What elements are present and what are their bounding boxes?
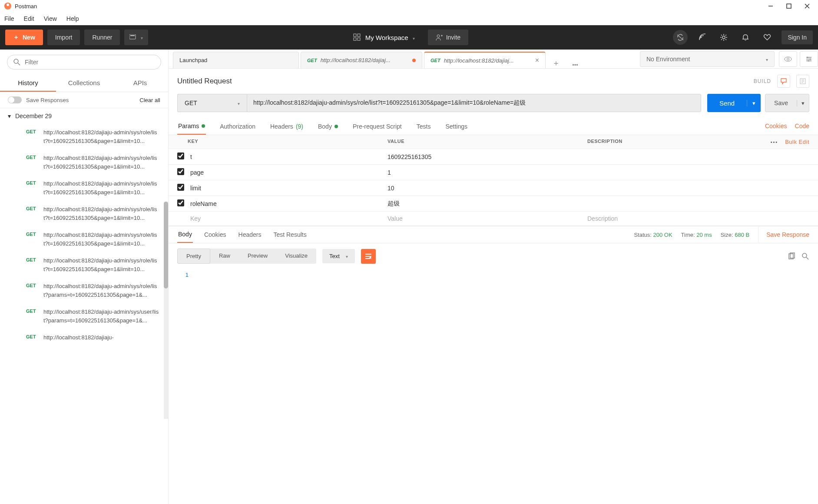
param-checkbox[interactable]: [177, 168, 184, 175]
resp-tab-headers[interactable]: Headers: [238, 227, 262, 242]
clear-all-button[interactable]: Clear all: [139, 97, 160, 103]
subtab-tests[interactable]: Tests: [416, 118, 432, 135]
response-type-selector[interactable]: Text: [322, 249, 355, 263]
window-close[interactable]: [804, 3, 810, 9]
request-name[interactable]: Untitled Request: [177, 77, 232, 86]
method-selector[interactable]: GET: [177, 94, 247, 112]
close-icon[interactable]: ×: [535, 56, 539, 64]
heart-icon[interactable]: [760, 30, 775, 45]
search-response-icon[interactable]: [801, 252, 809, 260]
history-item[interactable]: GEThttp://localhost:8182/dajiaju-admin/s…: [0, 201, 168, 226]
view-pretty[interactable]: Pretty: [177, 249, 210, 264]
subtab-prerequest[interactable]: Pre-request Script: [352, 118, 403, 135]
chevron-down-icon[interactable]: ▾: [747, 100, 761, 106]
signin-button[interactable]: Sign In: [782, 30, 813, 44]
param-value[interactable]: 超级: [387, 200, 587, 208]
sidebar-tab-collections[interactable]: Collections: [56, 75, 112, 92]
docs-button[interactable]: [796, 75, 809, 88]
history-item[interactable]: GEThttp://localhost:8182/dajiaju-admin/s…: [0, 278, 168, 303]
tab-add-button[interactable]: ＋: [547, 58, 565, 68]
history-item[interactable]: GEThttp://localhost:8182/dajiaju-admin/s…: [0, 303, 168, 329]
build-label[interactable]: BUILD: [754, 78, 771, 84]
param-checkbox[interactable]: [177, 199, 184, 206]
sidebar-tab-history[interactable]: History: [0, 75, 56, 92]
resp-tab-tests[interactable]: Test Results: [272, 227, 307, 242]
param-value[interactable]: 1: [387, 169, 587, 176]
resp-tab-body[interactable]: Body: [177, 226, 193, 243]
param-key[interactable]: t: [188, 153, 387, 160]
window-drop-button[interactable]: [124, 30, 148, 45]
view-preview[interactable]: Preview: [239, 249, 276, 264]
wrap-line-button[interactable]: [361, 249, 376, 264]
tab-launchpad[interactable]: Launchpad: [173, 52, 299, 68]
param-row-new[interactable]: Key Value Description: [169, 212, 818, 226]
filter-input[interactable]: [25, 59, 155, 66]
view-visualize[interactable]: Visualize: [276, 249, 316, 264]
bell-icon[interactable]: [738, 30, 753, 45]
history-item[interactable]: GEThttp://localhost:8182/dajiaju-admin/s…: [0, 226, 168, 252]
sync-icon[interactable]: [673, 30, 688, 45]
history-date-header[interactable]: ▾ December 29: [0, 108, 168, 124]
copy-icon[interactable]: [788, 252, 795, 260]
new-button[interactable]: ＋ New: [5, 30, 43, 45]
view-raw[interactable]: Raw: [210, 249, 239, 264]
chevron-down-icon[interactable]: ▾: [797, 100, 809, 106]
satellite-icon[interactable]: [695, 30, 709, 45]
param-row[interactable]: t1609225161305: [169, 149, 818, 165]
env-settings-button[interactable]: [800, 51, 818, 67]
param-value[interactable]: 10: [387, 185, 587, 192]
save-response-button[interactable]: Save Response: [758, 227, 809, 242]
history-item[interactable]: GEThttp://localhost:8182/dajiaju-admin/s…: [0, 175, 168, 201]
code-link[interactable]: Code: [795, 123, 809, 130]
menu-file[interactable]: File: [4, 15, 14, 22]
import-button[interactable]: Import: [47, 30, 80, 45]
menu-edit[interactable]: Edit: [24, 15, 34, 22]
history-item[interactable]: GEThttp://localhost:8182/dajiaju-admin/s…: [0, 124, 168, 149]
more-icon[interactable]: •••: [771, 139, 778, 145]
runner-button[interactable]: Runner: [84, 30, 120, 45]
invite-button[interactable]: Invite: [428, 30, 468, 45]
save-button[interactable]: Save ▾: [765, 94, 809, 112]
menu-help[interactable]: Help: [66, 15, 79, 22]
filter-input-wrap[interactable]: [7, 55, 161, 70]
sidebar-scrollbar[interactable]: [164, 202, 168, 419]
send-button[interactable]: Send ▾: [707, 94, 761, 112]
cookies-link[interactable]: Cookies: [765, 123, 787, 130]
history-item[interactable]: GEThttp://localhost:8182/dajiaju-: [0, 329, 168, 346]
gear-icon[interactable]: [716, 30, 731, 45]
param-row[interactable]: page1: [169, 165, 818, 180]
param-key[interactable]: limit: [188, 185, 387, 192]
param-key[interactable]: page: [188, 169, 387, 176]
param-value[interactable]: 1609225161305: [387, 153, 587, 160]
environment-selector[interactable]: No Environment: [640, 51, 775, 67]
resp-tab-cookies[interactable]: Cookies: [203, 227, 227, 242]
subtab-headers[interactable]: Headers (9): [269, 118, 304, 135]
history-item[interactable]: GEThttp://localhost:8182/dajiaju-admin/s…: [0, 252, 168, 278]
param-checkbox[interactable]: [177, 184, 184, 191]
response-body[interactable]: 1: [169, 269, 818, 281]
param-key[interactable]: roleName: [188, 200, 387, 207]
size-value: 680 B: [735, 232, 749, 238]
bulk-edit-link[interactable]: Bulk Edit: [785, 139, 809, 145]
subtab-settings[interactable]: Settings: [444, 118, 468, 135]
comments-button[interactable]: [777, 75, 790, 88]
workspace-selector[interactable]: My Workspace: [353, 33, 415, 41]
sidebar-tab-apis[interactable]: APIs: [112, 75, 168, 92]
line-number: 1: [177, 272, 189, 278]
menu-view[interactable]: View: [44, 15, 57, 22]
save-responses-toggle[interactable]: [8, 96, 22, 103]
url-input[interactable]: http://localhost:8182/dajiaju-admin/sys/…: [247, 94, 701, 112]
history-item[interactable]: GEThttp://localhost:8182/dajiaju-admin/s…: [0, 149, 168, 175]
subtab-authorization[interactable]: Authorization: [219, 118, 256, 135]
tab-request-1[interactable]: GET http://localhost:8182/dajiaj...: [301, 52, 422, 68]
param-row[interactable]: limit10: [169, 180, 818, 196]
env-quick-look-button[interactable]: [779, 51, 797, 67]
param-row[interactable]: roleName超级: [169, 196, 818, 212]
window-minimize[interactable]: [768, 3, 774, 9]
param-checkbox[interactable]: [177, 153, 184, 159]
tab-request-2[interactable]: GET http://localhost:8182/dajiaj... ×: [424, 52, 546, 68]
subtab-params[interactable]: Params: [177, 118, 206, 135]
window-maximize[interactable]: [786, 3, 792, 9]
subtab-body[interactable]: Body: [317, 118, 339, 135]
tab-more-button[interactable]: •••: [566, 62, 584, 68]
